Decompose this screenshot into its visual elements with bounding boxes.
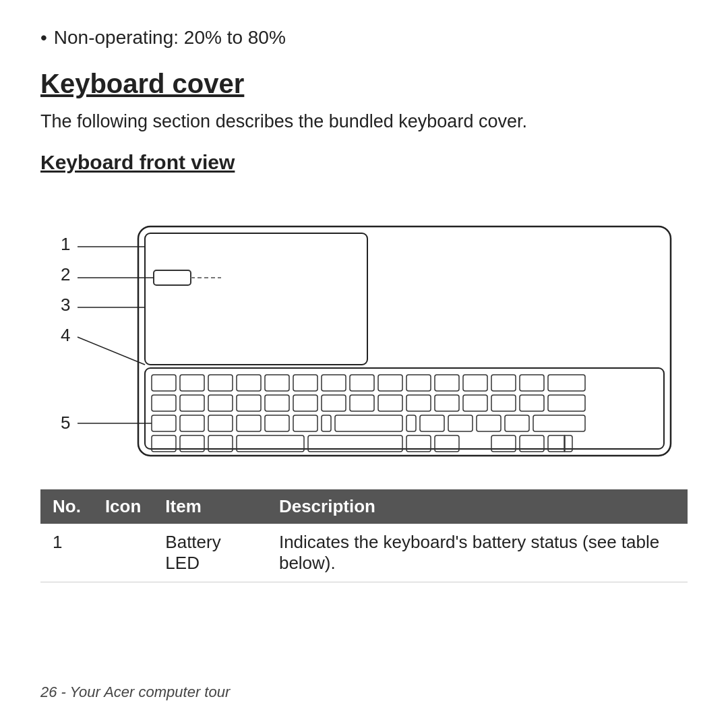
bullet-text: Non-operating: 20% to 80% <box>54 27 286 49</box>
svg-rect-35 <box>322 395 346 411</box>
keyboard-diagram: 1 2 3 4 5 <box>40 186 688 469</box>
svg-rect-48 <box>265 415 289 431</box>
svg-rect-32 <box>237 395 261 411</box>
svg-rect-56 <box>505 415 529 431</box>
svg-rect-23 <box>406 375 431 391</box>
svg-rect-38 <box>406 395 431 411</box>
svg-rect-5 <box>138 226 671 456</box>
col-header-icon: Icon <box>93 489 153 524</box>
svg-rect-33 <box>265 395 289 411</box>
svg-rect-68 <box>564 435 565 452</box>
svg-rect-55 <box>477 415 501 431</box>
svg-rect-22 <box>378 375 402 391</box>
svg-rect-43 <box>548 395 585 411</box>
svg-rect-26 <box>491 375 516 391</box>
svg-rect-42 <box>520 395 544 411</box>
svg-line-12 <box>78 337 145 365</box>
data-table: No. Icon Item Description 1 Battery LED … <box>40 489 688 582</box>
section-description: The following section describes the bund… <box>40 111 688 132</box>
svg-rect-28 <box>548 375 585 391</box>
svg-rect-45 <box>180 415 204 431</box>
cell-item: Battery LED <box>153 524 267 582</box>
cell-no: 1 <box>40 524 93 582</box>
cell-icon <box>93 524 153 582</box>
svg-rect-30 <box>180 395 204 411</box>
svg-rect-18 <box>265 375 289 391</box>
svg-text:2: 2 <box>61 264 70 284</box>
svg-text:5: 5 <box>61 413 70 433</box>
svg-rect-52 <box>406 415 416 431</box>
svg-rect-19 <box>293 375 317 391</box>
svg-rect-16 <box>208 375 233 391</box>
svg-rect-51 <box>335 415 402 431</box>
svg-rect-49 <box>293 415 317 431</box>
svg-rect-44 <box>152 415 176 431</box>
svg-rect-13 <box>145 368 664 449</box>
svg-rect-47 <box>237 415 261 431</box>
svg-rect-41 <box>491 395 516 411</box>
svg-rect-24 <box>435 375 459 391</box>
svg-rect-40 <box>463 395 487 411</box>
svg-text:1: 1 <box>61 234 70 254</box>
svg-rect-53 <box>420 415 444 431</box>
table-header: No. Icon Item Description <box>40 489 688 524</box>
svg-rect-27 <box>520 375 544 391</box>
col-header-item: Item <box>153 489 267 524</box>
svg-rect-7 <box>154 270 191 285</box>
svg-rect-17 <box>237 375 261 391</box>
svg-text:3: 3 <box>61 295 70 315</box>
table-row: 1 Battery LED Indicates the keyboard's b… <box>40 524 688 582</box>
table-header-row: No. Icon Item Description <box>40 489 688 524</box>
svg-text:4: 4 <box>61 325 70 345</box>
svg-rect-29 <box>152 395 176 411</box>
table-body: 1 Battery LED Indicates the keyboard's b… <box>40 524 688 582</box>
subsection-title: Keyboard front view <box>40 151 688 174</box>
svg-rect-50 <box>322 415 331 431</box>
svg-rect-25 <box>463 375 487 391</box>
svg-rect-6 <box>145 233 367 365</box>
svg-rect-14 <box>152 375 176 391</box>
footer-text: 26 - Your Acer computer tour <box>40 684 688 701</box>
svg-rect-34 <box>293 395 317 411</box>
diagram-area: 1 2 3 4 5 <box>40 186 688 469</box>
svg-rect-36 <box>350 395 374 411</box>
section-title: Keyboard cover <box>40 69 688 99</box>
col-header-no: No. <box>40 489 93 524</box>
page: Non-operating: 20% to 80% Keyboard cover… <box>0 0 728 728</box>
svg-rect-20 <box>322 375 346 391</box>
svg-rect-39 <box>435 395 459 411</box>
svg-rect-21 <box>350 375 374 391</box>
svg-rect-57 <box>533 415 585 431</box>
svg-rect-54 <box>448 415 473 431</box>
cell-description: Indicates the keyboard's battery status … <box>267 524 688 582</box>
col-header-desc: Description <box>267 489 688 524</box>
svg-rect-37 <box>378 395 402 411</box>
svg-rect-15 <box>180 375 204 391</box>
bullet-item: Non-operating: 20% to 80% <box>40 27 688 49</box>
svg-rect-46 <box>208 415 233 431</box>
svg-rect-31 <box>208 395 233 411</box>
